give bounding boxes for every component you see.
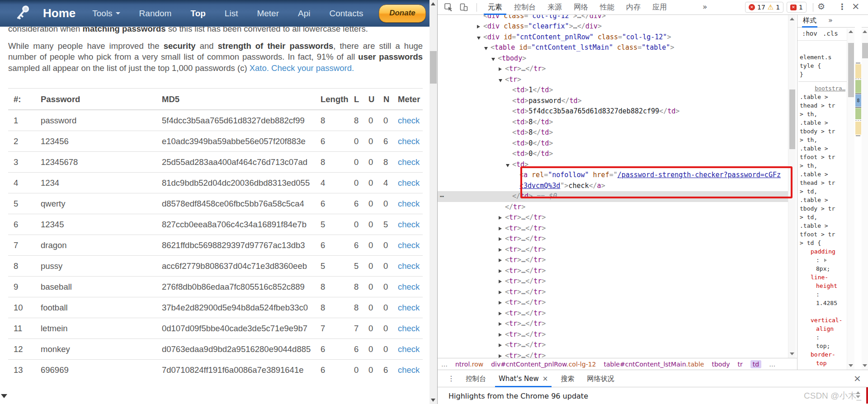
tree-node[interactable]: <td>8</td>	[438, 127, 788, 138]
collapsed-arrow-icon[interactable]	[499, 248, 502, 252]
devtools-tab-网络[interactable]: 网络	[568, 0, 594, 15]
devtools-tab-应用[interactable]: 应用	[646, 0, 673, 15]
tree-node[interactable]: <tr>…</tr>	[438, 276, 788, 287]
expanded-arrow-icon[interactable]	[477, 37, 481, 40]
scroll-up-icon[interactable]	[863, 30, 867, 33]
nav-item-meter[interactable]: Meter	[247, 9, 288, 19]
collapsed-arrow-icon[interactable]	[499, 322, 502, 326]
tab-styles[interactable]: 样式	[803, 16, 816, 25]
breadcrumb-item[interactable]: tr	[738, 361, 743, 368]
check-link[interactable]: check	[398, 282, 420, 291]
tree-node[interactable]: </tr>	[438, 202, 788, 213]
check-link[interactable]: check	[398, 220, 420, 229]
scroll-down-icon[interactable]	[790, 352, 794, 355]
tree-node[interactable]: <td>1</td>	[438, 85, 788, 96]
tree-node[interactable]: <tr>…</tr>	[438, 64, 788, 75]
devtools-tab-元素[interactable]: 元素	[482, 0, 508, 15]
text-link[interactable]: Xato.	[250, 63, 269, 73]
toggle-hover-state-button[interactable]: :hov	[802, 30, 817, 37]
tree-node[interactable]: <td>5f4dcc3b5aa765d61d8327deb882cf99</td…	[438, 106, 788, 117]
collapsed-arrow-icon[interactable]	[499, 312, 502, 315]
stylesheet-link[interactable]: bootstra…	[800, 84, 845, 93]
css-line[interactable]: line-	[800, 273, 845, 282]
scroll-up-icon[interactable]	[849, 30, 853, 33]
collapsed-arrow-icon[interactable]	[499, 291, 502, 294]
check-link[interactable]: check	[398, 116, 420, 125]
check-link[interactable]: check	[398, 365, 420, 375]
computed-scrollbar[interactable]	[862, 28, 868, 370]
css-line[interactable]: padding	[800, 247, 845, 256]
tree-node[interactable]: <div class="col-lg-12">…</div>	[438, 15, 788, 21]
tree-node[interactable]: <div id="cntContent_pnlRow" class="col-l…	[438, 32, 788, 43]
tree-node[interactable]: <tr>…</tr>	[438, 351, 788, 358]
tree-node[interactable]: <table id="cntContent_lstMain" class="ta…	[438, 42, 788, 53]
expand-arrow-icon[interactable]	[824, 258, 827, 262]
tree-node[interactable]: <tr>…</tr>	[438, 297, 788, 308]
expanded-arrow-icon[interactable]	[499, 79, 502, 82]
devtools-close-icon[interactable]: ×	[852, 1, 860, 12]
tree-node[interactable]: <tr>…</tr>	[438, 308, 788, 319]
check-link[interactable]: check	[398, 178, 420, 188]
scroll-down-icon[interactable]	[431, 399, 435, 402]
nav-item-random[interactable]: Random	[130, 9, 181, 19]
collapsed-arrow-icon[interactable]	[499, 280, 502, 283]
css-line[interactable]: vertical-	[800, 316, 845, 324]
tree-node[interactable]: <a rel="nofollow" href="/password-streng…	[438, 170, 788, 181]
collapsed-arrow-icon[interactable]	[477, 25, 480, 28]
settings-gear-icon[interactable]: ⚙	[817, 1, 825, 11]
breadcrumb-item[interactable]: div#cntContent_pnlRow.col-lg-12	[491, 361, 596, 368]
nav-item-contacts[interactable]: Contacts	[320, 9, 373, 19]
breadcrumb-item[interactable]: td	[750, 360, 761, 368]
drawer-close-icon[interactable]: ×	[854, 373, 861, 384]
styles-scrollbar[interactable]	[847, 28, 854, 370]
check-link[interactable]: check	[398, 240, 420, 250]
scroll-up-icon[interactable]	[790, 18, 794, 20]
tree-node[interactable]: <td>password</td>	[438, 96, 788, 107]
kebab-menu-icon[interactable]: ⋮	[838, 2, 846, 11]
breadcrumb-item[interactable]: …	[769, 361, 775, 368]
expanded-arrow-icon[interactable]	[484, 47, 488, 50]
css-line[interactable]: align	[800, 324, 845, 333]
more-panes-icon[interactable]: »	[828, 16, 833, 24]
drawer-tab-搜索[interactable]: 搜索	[554, 370, 580, 387]
expanded-arrow-icon[interactable]	[506, 164, 509, 167]
scroll-down-icon[interactable]	[849, 364, 853, 367]
tree-node[interactable]: c3dvcmQ%3d">check</a>	[438, 181, 788, 192]
tree-node[interactable]: <tr>…</tr>	[438, 244, 788, 255]
scrollbar-thumb[interactable]	[848, 43, 854, 97]
elements-scrollbar[interactable]	[788, 15, 796, 358]
tree-node[interactable]: …</td> == $0	[438, 191, 788, 202]
nav-item-tools[interactable]: Tools	[83, 9, 129, 19]
devtools-tab-性能[interactable]: 性能	[594, 0, 620, 15]
more-tabs-icon[interactable]: »	[703, 0, 707, 14]
collapsed-arrow-icon[interactable]	[499, 269, 502, 273]
scroll-up-icon[interactable]	[431, 2, 435, 5]
tree-node[interactable]: <tr>…</tr>	[438, 255, 788, 266]
inspect-element-icon[interactable]	[444, 3, 453, 12]
tree-node[interactable]: <tr>…</tr>	[438, 329, 788, 340]
drawer-kebab-icon[interactable]: ⋮	[438, 374, 459, 383]
devtools-tab-来源[interactable]: 来源	[542, 0, 568, 15]
breadcrumb-item[interactable]: table#cntContent_lstMain.table	[604, 361, 704, 368]
tree-node[interactable]: <td>0</td>	[438, 149, 788, 160]
scrollbar-thumb[interactable]	[862, 43, 868, 58]
check-link[interactable]: check	[398, 344, 420, 354]
collapsed-arrow-icon[interactable]	[499, 216, 502, 220]
breadcrumb-item[interactable]: …	[441, 361, 448, 368]
check-link[interactable]: check	[398, 261, 420, 271]
scrollbar-thumb[interactable]	[789, 89, 795, 149]
check-link[interactable]: check	[398, 136, 420, 146]
collapsed-arrow-icon[interactable]	[499, 354, 502, 358]
tree-node[interactable]: <tbody>	[438, 53, 788, 64]
issues-badge[interactable]: ✕ 1	[787, 2, 807, 13]
check-link[interactable]: check	[398, 157, 420, 167]
nav-item-api[interactable]: Api	[288, 9, 320, 19]
collapsed-arrow-icon[interactable]	[499, 343, 502, 347]
drawer-tab-网络状况[interactable]: 网络状况	[580, 370, 620, 387]
node-more-icon[interactable]: …	[440, 190, 444, 201]
tree-node[interactable]: <td>	[438, 160, 788, 170]
collapsed-arrow-icon[interactable]	[499, 67, 502, 71]
toggle-class-button[interactable]: .cls	[823, 30, 838, 37]
css-line[interactable]: top	[800, 359, 845, 367]
tree-node[interactable]: <td>8</td>	[438, 117, 788, 128]
